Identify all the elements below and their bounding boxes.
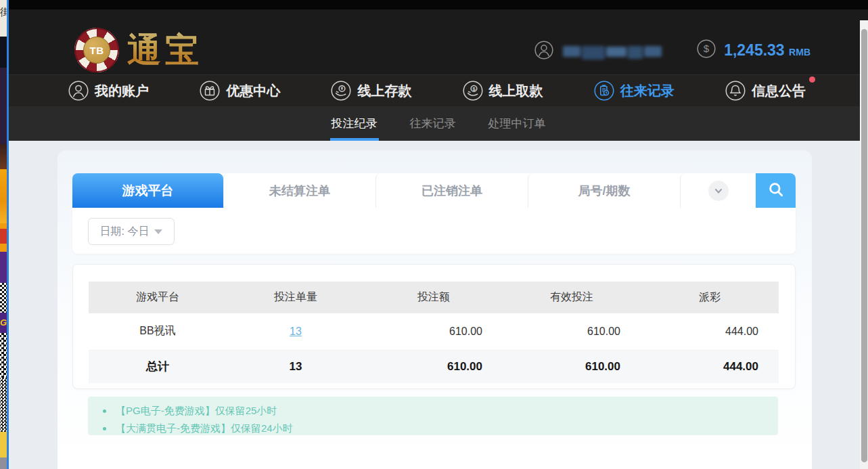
note-text: 【大满贯电子-免费游戏】仅保留24小时 <box>116 420 293 437</box>
nav-label: 信息公告 <box>752 82 806 100</box>
total-valid-bet: 610.00 <box>503 350 641 383</box>
site-logo[interactable]: TB 通宝 <box>74 26 203 74</box>
notes-box: 【PG电子-免费游戏】仅保留25小时 【大满贯电子-免费游戏】仅保留24小时 <box>88 397 778 435</box>
total-payout: 444.00 <box>641 350 779 383</box>
total-bet-amount: 610.00 <box>365 350 503 383</box>
qr-code-fragment <box>0 333 7 378</box>
cell-bet-count: 13 <box>227 313 365 350</box>
background-window-text: 街 <box>0 0 7 37</box>
bell-icon <box>725 81 746 101</box>
main-nav: 我的账户 优惠中心 <box>9 74 868 106</box>
col-valid-bet: 有效投注 <box>503 282 641 313</box>
bullet-icon <box>103 427 106 430</box>
note-item: 【PG电子-免费游戏】仅保留25小时 <box>103 402 778 420</box>
chip-monogram: TB <box>83 37 110 64</box>
note-item: 【大满贯电子-免费游戏】仅保留24小时 <box>103 420 778 437</box>
content-card: 游戏平台 未结算注单 已注销注单 局号/期数 <box>58 150 812 469</box>
filter-tab-round-number[interactable]: 局号/期数 <box>528 173 680 208</box>
nav-item-online-withdraw[interactable]: $ 线上取款 <box>463 81 543 101</box>
filter-tab-cancelled-bets[interactable]: 已注销注单 <box>375 173 528 208</box>
site-header: TB 通宝 $ <box>9 9 868 74</box>
records-clipboard-clock-icon <box>594 81 614 101</box>
notification-badge <box>809 76 815 83</box>
nav-item-transaction-records[interactable]: 往来记录 <box>594 81 675 101</box>
caret-down-icon <box>154 229 162 234</box>
balance-amount: 1,245.33 <box>724 41 785 59</box>
brand-name: 通宝 <box>127 28 203 73</box>
bet-summary-table: 游戏平台 投注单量 投注额 有效投注 派彩 BB视讯 13 610.00 610 <box>89 282 779 383</box>
screen: 街 GR TB 通宝 <box>0 0 868 469</box>
nav-label: 我的账户 <box>95 82 149 100</box>
filter-tab-more[interactable] <box>680 173 756 208</box>
withdraw-hand-coin-icon: $ <box>463 81 483 101</box>
red-stamp-fragment <box>0 223 7 252</box>
svg-text:¥: ¥ <box>341 86 344 91</box>
cell-platform: BB视讯 <box>89 313 227 350</box>
nav-label: 优惠中心 <box>226 82 280 100</box>
username-redacted <box>563 43 662 60</box>
dollar-coin-icon: $ <box>697 39 716 61</box>
total-bet-count: 13 <box>227 350 365 383</box>
col-payout: 派彩 <box>641 282 779 313</box>
subtab-processing-orders[interactable]: 处理中订单 <box>487 106 547 141</box>
nav-item-my-account[interactable]: 我的账户 <box>68 81 149 101</box>
top-black-strip <box>9 0 868 9</box>
chevron-down-icon <box>708 181 729 201</box>
qr-code-fragment <box>0 283 7 313</box>
search-icon <box>767 181 785 200</box>
report-table-card: 游戏平台 投注单量 投注额 有效投注 派彩 BB视讯 13 610.00 610 <box>72 264 796 389</box>
poker-chip-logo-icon: TB <box>74 28 119 72</box>
user-circle-icon <box>68 81 89 101</box>
filter-card: 游戏平台 未结算注单 已注销注单 局号/期数 <box>72 173 796 254</box>
user-avatar-icon <box>534 41 553 62</box>
nav-item-online-deposit[interactable]: ¥ 线上存款 <box>331 81 411 101</box>
nav-label: 线上存款 <box>357 82 411 100</box>
subtab-bet-records[interactable]: 投注纪录 <box>330 106 379 141</box>
date-filter-label: 日期: 今日 <box>100 225 150 239</box>
svg-text:$: $ <box>704 43 710 54</box>
cell-valid-bet: 610.00 <box>503 313 641 350</box>
filter-tab-game-platform[interactable]: 游戏平台 <box>72 173 223 208</box>
bullet-icon <box>103 409 106 413</box>
qr-code-fragment <box>0 378 7 432</box>
nav-label: 往来记录 <box>620 82 675 100</box>
col-game-platform: 游戏平台 <box>89 282 227 313</box>
date-filter-dropdown[interactable]: 日期: 今日 <box>88 218 175 245</box>
col-bet-count: 投注单量 <box>227 282 365 313</box>
background-window-strip: 街 GR <box>0 0 7 469</box>
total-label: 总计 <box>89 350 227 383</box>
nav-item-announcements[interactable]: 信息公告 <box>725 81 806 101</box>
nav-item-promotions[interactable]: 优惠中心 <box>200 81 280 101</box>
table-header-row: 游戏平台 投注单量 投注额 有效投注 派彩 <box>89 282 779 313</box>
gift-icon <box>200 81 220 101</box>
balance-currency: RMB <box>789 47 810 58</box>
note-text: 【PG电子-免费游戏】仅保留25小时 <box>116 402 277 420</box>
cell-bet-amount: 610.00 <box>365 313 503 350</box>
filter-tab-unsettled-bets[interactable]: 未结算注单 <box>223 173 375 208</box>
col-bet-amount: 投注额 <box>365 282 503 313</box>
window-border <box>7 0 9 469</box>
bet-count-link[interactable]: 13 <box>290 326 302 337</box>
search-button[interactable] <box>756 173 796 208</box>
user-account-area[interactable] <box>534 41 662 62</box>
deposit-hand-coin-icon: ¥ <box>331 81 351 101</box>
balance-area[interactable]: $ 1,245.33 RMB <box>697 39 810 61</box>
table-row: BB视讯 13 610.00 610.00 444.00 <box>89 313 779 350</box>
nav-label: 线上取款 <box>489 82 543 100</box>
scrollbar-thumb[interactable] <box>861 29 867 462</box>
subtab-transaction-records[interactable]: 往来记录 <box>409 106 457 141</box>
subnav: 投注纪录 往来记录 处理中订单 <box>9 106 868 141</box>
gold-text-fragment: GR <box>0 313 7 333</box>
cell-payout: 444.00 <box>641 313 779 350</box>
page: TB 通宝 $ <box>9 0 868 469</box>
scrollbar-track[interactable] <box>860 20 868 469</box>
table-total-row: 总计 13 610.00 610.00 444.00 <box>89 350 779 383</box>
